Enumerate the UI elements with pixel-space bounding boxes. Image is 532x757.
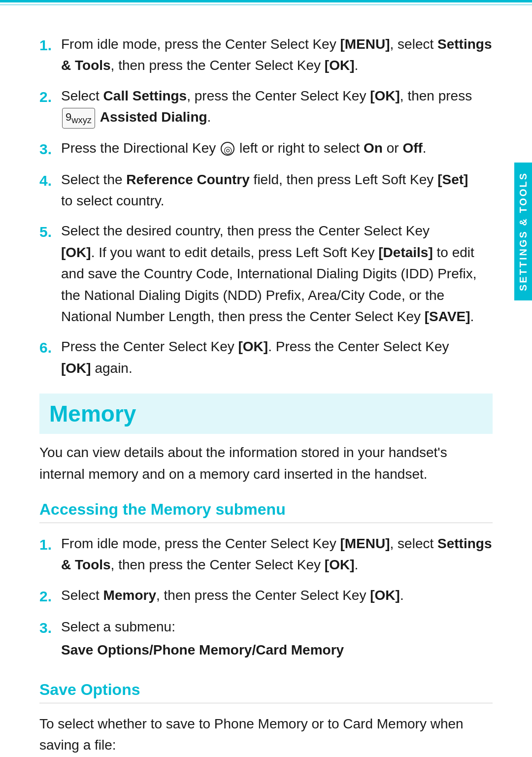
top-instructions-list: 1. From idle mode, press the Center Sele…	[39, 33, 493, 379]
list-item-content: Select Call Settings, press the Center S…	[61, 85, 493, 129]
list-item-content: Select the desired country, then press t…	[61, 220, 493, 327]
list-item: 2. Select Call Settings, press the Cente…	[39, 85, 493, 129]
list-item: 3. Select a submenu: Save Options/Phone …	[39, 616, 493, 671]
list-num: 1.	[39, 33, 61, 56]
list-item-content: From idle mode, press the Center Select …	[61, 533, 493, 576]
list-num: 2.	[39, 85, 61, 108]
top-decorative-lines	[0, 0, 532, 9]
list-item-content: Select Memory, then press the Center Sel…	[61, 585, 493, 606]
save-options-heading: Save Options	[39, 681, 493, 703]
list-item-content: Select a submenu: Save Options/Phone Mem…	[61, 616, 493, 671]
accessing-memory-list: 1. From idle mode, press the Center Sele…	[39, 533, 493, 671]
memory-section-heading: Memory	[39, 394, 493, 434]
list-num: 4.	[39, 169, 61, 192]
save-options-description: To select whether to save to Phone Memor…	[39, 713, 493, 756]
list-item-content: Press the Directional Key left or right …	[61, 137, 493, 159]
list-item-content: From idle mode, press the Center Select …	[61, 33, 493, 76]
list-num: 3.	[39, 616, 61, 639]
memory-description: You can view details about the informati…	[39, 442, 493, 485]
list-num: 3.	[39, 137, 61, 160]
list-item: 4. Select the Reference Country field, t…	[39, 169, 493, 212]
list-item: 1. From idle mode, press the Center Sele…	[39, 533, 493, 576]
accessing-memory-heading: Accessing the Memory submenu	[39, 500, 493, 523]
list-item: 1. From idle mode, press the Center Sele…	[39, 33, 493, 76]
list-item: 6. Press the Center Select Key [OK]. Pre…	[39, 336, 493, 379]
key-icon-9wxyz: 9wxyz	[62, 108, 95, 129]
submenu-note: Save Options/Phone Memory/Card Memory	[61, 639, 344, 660]
list-item-content: Press the Center Select Key [OK]. Press …	[61, 336, 493, 379]
list-num: 5.	[39, 220, 61, 243]
list-item: 5. Select the desired country, then pres…	[39, 220, 493, 327]
list-num: 1.	[39, 533, 61, 556]
list-item: 2. Select Memory, then press the Center …	[39, 585, 493, 607]
accessing-memory-section: Accessing the Memory submenu 1. From idl…	[39, 500, 493, 671]
side-tab-label: SETTINGS & TOOLS	[518, 172, 529, 291]
page-container: SETTINGS & TOOLS 1. From idle mode, pres…	[0, 0, 532, 757]
list-item-content: Select the Reference Country field, then…	[61, 169, 493, 212]
side-tab: SETTINGS & TOOLS	[514, 163, 532, 300]
list-item: 3. Press the Directional Key left or rig…	[39, 137, 493, 160]
directional-key-icon	[221, 142, 234, 156]
list-num: 6.	[39, 336, 61, 359]
save-options-section: Save Options To select whether to save t…	[39, 681, 493, 757]
content-area: 1. From idle mode, press the Center Sele…	[0, 29, 532, 757]
list-num: 2.	[39, 585, 61, 607]
